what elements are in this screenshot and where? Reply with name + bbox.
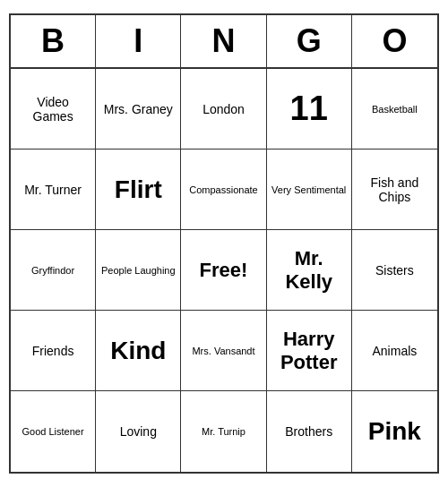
bingo-cell-10: Gryffindor (11, 230, 96, 311)
bingo-cell-15: Friends (11, 311, 96, 391)
bingo-cell-7: Compassionate (181, 150, 266, 230)
bingo-header: BINGO (11, 15, 437, 69)
bingo-cell-3: 11 (267, 69, 352, 150)
bingo-cell-18: Harry Potter (267, 311, 352, 391)
bingo-cell-9: Fish and Chips (352, 150, 437, 230)
bingo-cell-23: Brothers (267, 391, 352, 472)
bingo-letter-i: I (96, 15, 181, 67)
bingo-cell-2: London (181, 69, 266, 150)
bingo-cell-22: Mr. Turnip (181, 391, 266, 472)
bingo-cell-14: Sisters (352, 230, 437, 311)
bingo-cell-0: Video Games (11, 69, 96, 150)
bingo-cell-8: Very Sentimental (267, 150, 352, 230)
bingo-cell-16: Kind (96, 311, 181, 391)
bingo-cell-13: Mr. Kelly (267, 230, 352, 311)
bingo-letter-o: O (352, 15, 437, 67)
bingo-cell-12: Free! (181, 230, 266, 311)
bingo-cell-20: Good Listener (11, 391, 96, 472)
bingo-letter-b: B (11, 15, 96, 67)
bingo-grid: Video GamesMrs. GraneyLondon11Basketball… (11, 69, 437, 472)
bingo-cell-21: Loving (96, 391, 181, 472)
bingo-cell-6: Flirt (96, 150, 181, 230)
bingo-cell-19: Animals (352, 311, 437, 391)
bingo-cell-4: Basketball (352, 69, 437, 150)
bingo-cell-17: Mrs. Vansandt (181, 311, 266, 391)
bingo-cell-5: Mr. Turner (11, 150, 96, 230)
bingo-cell-24: Pink (352, 391, 437, 472)
bingo-letter-g: G (267, 15, 352, 67)
bingo-cell-1: Mrs. Graney (96, 69, 181, 150)
bingo-cell-11: People Laughing (96, 230, 181, 311)
bingo-letter-n: N (181, 15, 266, 67)
bingo-card: BINGO Video GamesMrs. GraneyLondon11Bask… (9, 13, 439, 474)
